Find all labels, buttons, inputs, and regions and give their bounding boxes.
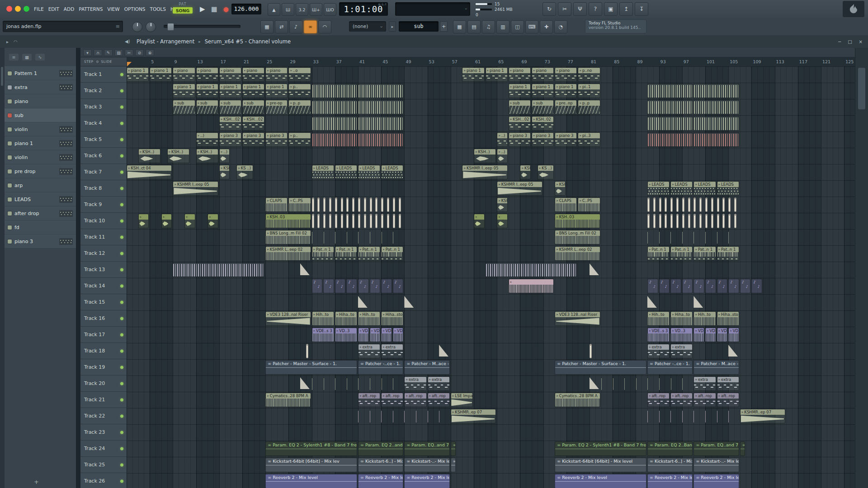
playlist-clip[interactable]: pi..3 — [578, 132, 600, 147]
playlist-clip[interactable] — [647, 100, 693, 114]
playlist-clip[interactable]: piano 1 — [242, 84, 264, 98]
track-name[interactable]: Track 16 — [80, 315, 105, 321]
pattern-color-chip[interactable] — [8, 113, 12, 117]
typing-keyboard-button[interactable]: ⌨ — [525, 20, 538, 33]
playlist-clip[interactable] — [364, 197, 366, 212]
playlist-clip[interactable] — [693, 197, 696, 212]
keep-on-top-icon[interactable]: ◠ — [14, 39, 18, 44]
playlist-clip[interactable] — [208, 214, 218, 228]
playlist-clip[interactable]: Param. EQ..and 7 freq — [404, 441, 449, 456]
playlist-clip[interactable]: piano 1 — [196, 84, 218, 98]
track-row[interactable]: Track 5 — [80, 131, 127, 148]
playlist-clip[interactable]: Patcher -..ce - 1. — [358, 360, 403, 375]
slice-icon[interactable]: ✂ — [125, 49, 133, 56]
playlist-clip[interactable] — [329, 214, 331, 228]
track-led[interactable] — [120, 333, 123, 336]
playlist-clip[interactable]: ..) — [196, 132, 218, 147]
track-row[interactable]: Track 15 — [80, 294, 127, 310]
playlist-clip[interactable] — [375, 214, 377, 228]
playlist-clip[interactable]: Pat..n 1 — [381, 246, 403, 261]
playlist-clip[interactable] — [734, 197, 736, 212]
track-name[interactable]: Track 18 — [80, 348, 105, 354]
track-led[interactable] — [120, 284, 123, 287]
track-name[interactable]: Track 7 — [80, 169, 102, 175]
playlist-clip[interactable]: KSH...02 — [242, 116, 264, 131]
playlist-clip[interactable]: sub — [509, 100, 531, 114]
playlist-clip[interactable]: KSH..02 — [532, 116, 554, 131]
playlist-clip[interactable]: KSHMR I..eep 05 — [497, 181, 542, 196]
playlist-clip[interactable]: KSH..ct 04 — [127, 165, 172, 179]
playlist-clip[interactable]: LSE Impact 27 — [451, 393, 473, 407]
playlist-clip[interactable] — [665, 214, 667, 228]
playlist-clip[interactable] — [358, 197, 360, 212]
playlist-clip[interactable]: KSH.. — [497, 197, 508, 212]
playlist-clip[interactable]: Hih..to — [693, 311, 716, 326]
menu-patterns[interactable]: PATTERNS — [76, 6, 105, 12]
playlist-clip[interactable] — [312, 197, 314, 212]
swap-icon[interactable]: ⇄ — [275, 20, 288, 33]
playlist-clip[interactable]: VD..3 — [335, 328, 357, 342]
playlist-clip[interactable] — [497, 214, 508, 228]
playlist-clip[interactable]: VD..3 — [670, 328, 693, 342]
playlist-clip[interactable]: piano 1 — [265, 84, 288, 98]
piano-roll-button[interactable]: ♫ — [482, 20, 495, 33]
playlist-clip[interactable] — [670, 279, 681, 293]
playlist-menu-icon[interactable]: ▾ — [83, 49, 92, 56]
playlist-clip[interactable]: Pat..n 1 — [335, 246, 357, 261]
playlist-clip[interactable] — [306, 344, 308, 358]
playlist-clip[interactable] — [711, 197, 713, 212]
playlist-clip[interactable]: piano — [219, 67, 241, 82]
pattern-item[interactable]: violin — [5, 150, 76, 164]
playlist-clip[interactable]: Kickstart-64bit [64bit] - Mix level — [555, 458, 646, 472]
playlist-clip[interactable]: sub — [173, 100, 195, 114]
playlist-clip[interactable] — [693, 84, 739, 98]
step-label[interactable]: STEP — [84, 60, 94, 64]
playlist-clip[interactable]: Kickstart-64bit [64bit] - Mix lev — [265, 458, 357, 472]
playlist-clip[interactable] — [647, 116, 693, 131]
playlist-clip[interactable] — [312, 376, 404, 391]
track-led[interactable] — [120, 73, 123, 76]
playlist-clip[interactable]: sub — [532, 100, 554, 114]
playlist-clip[interactable] — [722, 214, 725, 228]
mini-play-icon[interactable]: ▸ — [389, 21, 396, 32]
playlist-clip[interactable]: CLAPS — [265, 197, 288, 212]
track-led[interactable] — [120, 382, 123, 385]
playlist-clip[interactable]: LEADS — [647, 181, 670, 196]
pattern-color-chip[interactable] — [8, 85, 12, 89]
playlist-clip[interactable] — [358, 116, 403, 131]
track-led[interactable] — [120, 219, 123, 222]
playlist-clip[interactable]: KSHMR..ep 07 — [740, 409, 785, 423]
playlist-clip[interactable] — [381, 197, 383, 212]
pattern-color-chip[interactable] — [8, 141, 12, 145]
playlist-clip[interactable]: VD..3 — [728, 328, 739, 342]
hat-icon[interactable]: ◠ — [318, 20, 331, 33]
track-led[interactable] — [120, 89, 123, 92]
blend-notes-icon[interactable]: Ш+ — [310, 3, 322, 16]
track-row[interactable]: Track 23 — [80, 424, 127, 441]
playlist-clip[interactable] — [728, 197, 731, 212]
pattern-color-chip[interactable] — [8, 127, 12, 131]
playlist-clip[interactable] — [653, 197, 656, 212]
playlist-clip[interactable]: sub — [242, 100, 264, 114]
playlist-clip[interactable]: Pat..n 1 — [693, 246, 716, 261]
pattern-item[interactable]: violin — [5, 122, 76, 136]
track-name[interactable]: Track 5 — [80, 136, 102, 142]
track-row[interactable]: Track 7 — [80, 164, 127, 180]
vertical-scrollbar[interactable] — [855, 48, 868, 488]
playlist-clip[interactable]: KSH..) — [555, 181, 566, 196]
playlist-clip[interactable] — [647, 132, 693, 147]
playlist-clip[interactable]: Pat..n 1 — [717, 246, 739, 261]
playlist-clip[interactable]: piano 1 — [219, 84, 241, 98]
project-title-field[interactable]: jonas aden.flp — [3, 21, 123, 32]
track-name[interactable]: Track 14 — [80, 283, 105, 289]
playlist-clip[interactable]: Kickstart-6..] - Mix l — [647, 458, 693, 472]
playlist-clip[interactable]: extra — [670, 344, 693, 358]
playlist-clip[interactable] — [647, 197, 650, 212]
playlist-clip[interactable] — [300, 263, 311, 277]
track-led[interactable] — [120, 398, 123, 401]
track-name[interactable]: Track 10 — [80, 218, 105, 224]
playlist-clip[interactable] — [317, 197, 320, 212]
playlist-clip[interactable] — [335, 197, 337, 212]
playlist-clip[interactable] — [590, 263, 600, 277]
pattern-color-chip[interactable] — [8, 225, 12, 230]
